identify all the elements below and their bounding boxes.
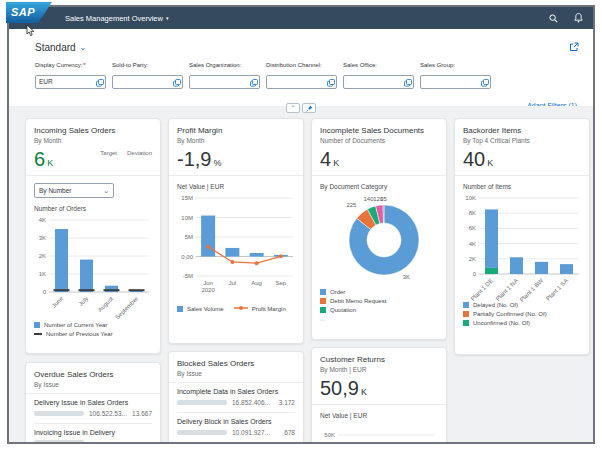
app-title-menu[interactable]: Sales Management Overview ▾: [65, 14, 168, 23]
svg-text:Aug: Aug: [251, 280, 262, 286]
filter-label: Display Currency:: [35, 62, 82, 68]
item-count: 13.667: [132, 410, 152, 417]
legend-chip: [177, 306, 183, 312]
list-item[interactable]: Incomplete Data in Sales Orders 16.852.4…: [177, 383, 295, 413]
app-window: Sales Management Overview ▾ Standard ⌄ D…: [7, 5, 595, 444]
variant-title[interactable]: Standard: [35, 42, 76, 53]
filter-display-currency: Display Currency:*: [35, 62, 106, 89]
value-help-icon[interactable]: [481, 73, 489, 91]
svg-text:8K: 8K: [469, 210, 476, 216]
filter-sold-to-party: Sold-to Party:: [112, 62, 183, 89]
legend-label: Number of Previous Year: [46, 331, 113, 337]
list-item[interactable]: Delivery Block in Sales Orders 10.091.92…: [177, 413, 295, 442]
legend-label: Debit Memo Request: [330, 298, 386, 304]
value-help-icon[interactable]: [404, 73, 412, 91]
svg-text:Jul: Jul: [229, 280, 237, 286]
card-title: Profit Margin: [177, 126, 295, 135]
target-label: Target: [100, 150, 117, 156]
value-help-icon[interactable]: [173, 73, 181, 91]
svg-text:Plant 1 BW: Plant 1 BW: [519, 277, 545, 303]
filter-distribution-channel: Distribution Channel:: [266, 62, 337, 89]
kpi-unit: %: [213, 158, 221, 168]
svg-text:2K: 2K: [469, 256, 476, 262]
svg-text:2K: 2K: [39, 253, 46, 259]
svg-text:4K: 4K: [39, 217, 46, 223]
svg-text:3K: 3K: [39, 235, 46, 241]
svg-text:0,00: 0,00: [181, 254, 193, 260]
filter-label: Sold-to Party:: [112, 62, 148, 68]
collapse-header-button[interactable]: ⌃: [286, 103, 300, 113]
customer-returns-bar-chart: 50K40K: [320, 423, 438, 442]
kpi-value: 40: [463, 148, 485, 170]
share-icon[interactable]: [569, 38, 579, 56]
incoming-orders-bar-chart: 4K3K2K1K0JuneJulyAugustSeptember: [34, 216, 152, 318]
deviation-label: Deviation: [127, 150, 152, 156]
card-overdue-sales-orders[interactable]: Overdue Sales Orders By Issue Delivery I…: [25, 362, 161, 442]
svg-text:August: August: [97, 295, 115, 313]
filter-sales-office: Sales Office:: [343, 62, 414, 89]
svg-text:1K: 1K: [39, 271, 46, 277]
svg-text:Sep: Sep: [276, 280, 287, 286]
card-incoming-sales-orders[interactable]: Incoming Sales Orders By Month 6K Target…: [25, 118, 161, 354]
variant-chevron-down-icon[interactable]: ⌄: [80, 43, 87, 52]
card-subtitle: By Issue: [34, 381, 152, 388]
chart-title: Net Value | EUR: [320, 412, 438, 419]
chevron-down-icon: ▾: [166, 15, 169, 21]
kpi-value: -1,9: [177, 148, 211, 170]
svg-text:10K: 10K: [465, 195, 476, 201]
chart-title: Number of Orders: [34, 205, 152, 212]
by-number-dropdown[interactable]: By Number ⌄: [34, 183, 114, 198]
document-category-donut-chart: 3K22514012015: [320, 194, 438, 286]
value-help-icon[interactable]: [96, 73, 104, 91]
mouse-cursor: [26, 22, 35, 40]
notifications-bell-icon[interactable]: [574, 13, 583, 23]
pin-header-button[interactable]: [302, 103, 316, 113]
svg-text:September: September: [114, 295, 139, 320]
chart-title: By Document Category: [320, 183, 438, 190]
legend-label: Delayed (No. Of): [473, 302, 518, 308]
card-subtitle: By Month: [177, 137, 295, 144]
value-help-icon[interactable]: [327, 73, 335, 91]
svg-text:50K: 50K: [324, 432, 335, 438]
card-incomplete-sales-documents[interactable]: Incomplete Sales Documents Number of Doc…: [311, 118, 447, 340]
filter-label: Distribution Channel:: [266, 62, 322, 68]
item-value: 10.091.927...: [232, 429, 270, 436]
legend-chip: [320, 289, 326, 295]
legend-chip: [463, 311, 469, 317]
value-help-icon[interactable]: [250, 73, 258, 91]
kpi-value: 50,9: [320, 377, 359, 399]
item-count: 678: [284, 429, 295, 436]
svg-text:0: 0: [43, 289, 47, 295]
legend-chip: [320, 298, 326, 304]
legend-label: Order: [330, 289, 345, 295]
required-indicator: *: [83, 62, 85, 68]
svg-text:10M: 10M: [181, 215, 193, 221]
legend-chip: [320, 307, 326, 313]
card-title: Incomplete Sales Documents: [320, 126, 438, 135]
page-title: Sales Management Overview: [65, 14, 163, 23]
progress-bar: [34, 411, 84, 416]
card-title: Customer Returns: [320, 355, 438, 364]
card-subtitle: By Top 4 Critical Plants: [463, 137, 581, 144]
list-item[interactable]: Delivery Issue in Sales Orders 106.522.5…: [34, 394, 152, 424]
card-subtitle: By Month | EUR: [320, 366, 438, 373]
card-title: Overdue Sales Orders: [34, 370, 152, 379]
legend-label: Sales Volume: [187, 306, 224, 312]
legend-chip: [34, 322, 40, 328]
chart-title: Number of Items: [463, 183, 581, 190]
filter-sales-organization: Sales Organization:: [189, 62, 260, 89]
item-value: 16.852.406...: [232, 399, 270, 406]
card-customer-returns[interactable]: Customer Returns By Month | EUR 50,9K Ne…: [311, 347, 447, 442]
card-profit-margin[interactable]: Profit Margin By Month -1,9% Net Value |…: [168, 118, 304, 344]
card-backorder-items[interactable]: Backorder Items By Top 4 Critical Plants…: [454, 118, 590, 355]
profit-margin-combo-chart: 15M10M5M0,00-5MJun2020JulAugSep: [177, 194, 295, 298]
filter-bar: Display Currency:* Sold-to Party: Sales …: [9, 58, 593, 89]
list-item[interactable]: Invoicing Issue in Delivery: [34, 424, 152, 442]
card-title: Backorder Items: [463, 126, 581, 135]
card-subtitle: By Month: [34, 137, 152, 144]
search-icon[interactable]: [549, 14, 558, 23]
card-blocked-sales-orders[interactable]: Blocked Sales Orders By Issue Incomplete…: [168, 351, 304, 442]
card-subtitle: Number of Documents: [320, 137, 438, 144]
legend-label: Profit Margin: [252, 306, 286, 312]
card-title: Blocked Sales Orders: [177, 359, 295, 368]
